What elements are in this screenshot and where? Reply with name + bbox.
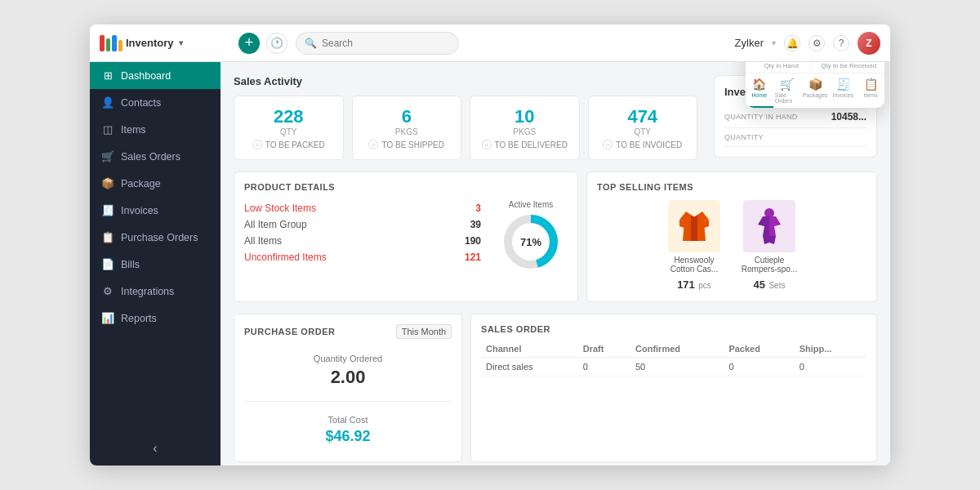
jacket-icon (673, 205, 715, 247)
sidebar-label-package: Package (121, 178, 161, 189)
sidebar-label-items: Items (121, 124, 146, 136)
mo-inv-hand-label: Qty in Hand (752, 62, 811, 69)
po-period[interactable]: This Month (396, 324, 452, 339)
sidebar-item-invoices[interactable]: 🧾 Invoices (90, 197, 220, 224)
help-icon[interactable]: ? (833, 35, 849, 51)
mo-nav-packages[interactable]: 📦 Packages (801, 74, 830, 108)
product-details-list: Low Stock Items 3 All Item Group 39 All … (244, 200, 481, 271)
pd-row-lowstock: Low Stock Items 3 (244, 200, 481, 216)
contacts-icon: 👤 (101, 96, 114, 109)
unconfirmed-value: 121 (465, 252, 481, 263)
clock-button[interactable]: 🕐 (266, 33, 287, 54)
shipped-dot-icon: ○ (368, 140, 378, 149)
logo-area: Inventory ▾ (100, 35, 230, 51)
so-draft: 0 (578, 358, 630, 376)
so-shipped: 0 (795, 358, 866, 376)
sidebar-item-sales-orders[interactable]: 🛒 Sales Orders (90, 143, 220, 170)
search-bar[interactable]: 🔍 (296, 32, 459, 55)
sidebar-item-package[interactable]: 📦 Package (90, 170, 220, 197)
top-bar-right: Zylker ▾ 🔔 ⚙ ? Z (735, 32, 880, 55)
ts-img-2 (743, 200, 795, 252)
sa-card-packed: 228 Qty ○TO BE PACKED (234, 96, 344, 160)
sidebar-item-bills[interactable]: 📄 Bills (90, 251, 220, 278)
ts-name-1: Henswooly Cotton Cas... (662, 256, 727, 274)
so-channel: Direct sales (481, 358, 578, 376)
mo-nav-home[interactable]: 🏠 Home (746, 74, 773, 108)
search-input[interactable] (322, 38, 450, 49)
mo-inv-row: 10 Qty in Hand 8 Qty to be Received (746, 62, 884, 73)
sa-card-invoiced: 474 Qty ○TO BE INVOICED (588, 96, 698, 160)
invoiced-label: TO BE INVOICED (616, 140, 682, 149)
donut-center-text: 71% (520, 236, 541, 248)
shipped-unit: Pkgs (361, 127, 453, 136)
mo-nav-sales[interactable]: 🛒 Sale Orders (773, 74, 801, 108)
top-bar-actions: + 🕐 (238, 33, 287, 54)
avatar[interactable]: Z (858, 32, 880, 55)
sidebar-collapse-button[interactable]: ‹ (90, 431, 220, 466)
donut-chart: 71% (501, 212, 560, 271)
pd-row-allitems: All Items 190 (244, 233, 481, 249)
mo-nav-sales-label: Sale Orders (775, 92, 800, 104)
po-quantity-value: 2.00 (244, 367, 452, 388)
sidebar-label-invoices: Invoices (121, 205, 158, 216)
add-button[interactable]: + (238, 33, 260, 54)
mo-nav-packages-label: Packages (803, 92, 828, 98)
pd-row-unconfirmed: Unconfirmed Items 121 (244, 249, 481, 265)
sidebar-item-items[interactable]: ◫ Items (90, 116, 220, 143)
items-icon: ◫ (101, 123, 114, 136)
ts-count-2: 45 Sets (754, 277, 786, 292)
mo-nav-items[interactable]: 📋 Items (857, 74, 884, 108)
all-items-label: All Items (244, 235, 282, 247)
sidebar: ⊞ Dashboard 👤 Contacts ◫ Items 🛒 Sales O… (90, 62, 220, 466)
donut-area: Active Items 71% (494, 200, 568, 271)
zoho-logo (100, 35, 122, 51)
mo-nav-invoices[interactable]: 🧾 Invoices (829, 74, 857, 108)
mo-inv-recv: 8 Qty to be Received (820, 62, 879, 69)
invoices-icon: 🧾 (101, 204, 114, 216)
sidebar-label-contacts: Contacts (121, 97, 161, 109)
delivered-value: 10 (479, 106, 571, 127)
romper-icon (748, 205, 791, 247)
mo-inv-hand: 10 Qty in Hand (752, 62, 812, 69)
settings-icon[interactable]: ⚙ (808, 35, 825, 51)
mo-bottom-nav: 🏠 Home 🛒 Sale Orders 📦 Packages 🧾 (746, 73, 884, 108)
unconfirmed-label: Unconfirmed Items (244, 252, 327, 263)
packed-unit: Qty (243, 127, 335, 136)
low-stock-label: Low Stock Items (244, 203, 316, 214)
packed-value: 228 (243, 106, 335, 127)
so-col-channel: Channel (481, 341, 578, 358)
shipped-value: 6 (361, 106, 453, 127)
mo-nav-items-label: Items (864, 92, 878, 98)
po-divider (244, 401, 452, 402)
po-quantity-label: Quantity Ordered (244, 354, 452, 363)
so-title: SALES ORDER (481, 324, 866, 334)
ts-item-2: Cutieple Rompers-spo... 45 Sets (737, 200, 802, 292)
sidebar-label-dashboard: Dashboard (121, 70, 171, 82)
notification-icon[interactable]: 🔔 (784, 35, 800, 51)
mo-nav-home-label: Home (752, 92, 768, 98)
ts-unit-1: pcs (698, 281, 711, 290)
is-key-1: QUANTITY IN HAND (724, 113, 798, 121)
all-items-value: 190 (465, 235, 481, 247)
chevron-down-icon[interactable]: ▾ (179, 38, 183, 47)
sidebar-item-contacts[interactable]: 👤 Contacts (90, 89, 220, 116)
so-col-shipped: Shipp... (795, 341, 866, 358)
donut-label: Active Items (509, 200, 553, 209)
ts-unit-2: Sets (768, 281, 785, 290)
dashboard-icon: ⊞ (101, 69, 114, 82)
mobile-overlay: 5:08 ▌▌▌ ☁ ▐▐ ⚙ ZOHO INVENTORY 🔍 SALES A… (746, 62, 884, 108)
sidebar-item-dashboard[interactable]: ⊞ Dashboard (90, 62, 220, 89)
sidebar-item-integrations[interactable]: ⚙ Integrations (90, 278, 220, 305)
pd-row-itemgroup: All Item Group 39 (244, 216, 481, 233)
invoiced-unit: Qty (597, 127, 689, 136)
ts-item-1: Henswooly Cotton Cas... 171 pcs (662, 200, 727, 292)
bottom-row: PURCHASE ORDER This Month Quantity Order… (234, 314, 877, 462)
sidebar-label-reports: Reports (121, 313, 157, 324)
sidebar-item-reports[interactable]: 📊 Reports (90, 305, 220, 332)
sidebar-item-purchase-orders[interactable]: 📋 Purchase Orders (90, 224, 220, 251)
so-col-draft: Draft (578, 341, 630, 358)
user-name[interactable]: Zylker (735, 37, 764, 49)
sa-card-shipped: 6 Pkgs ○TO BE SHIPPED (352, 96, 462, 160)
is-key-2: QUANTITY (724, 133, 764, 141)
product-details-title: PRODUCT DETAILS (244, 182, 568, 192)
